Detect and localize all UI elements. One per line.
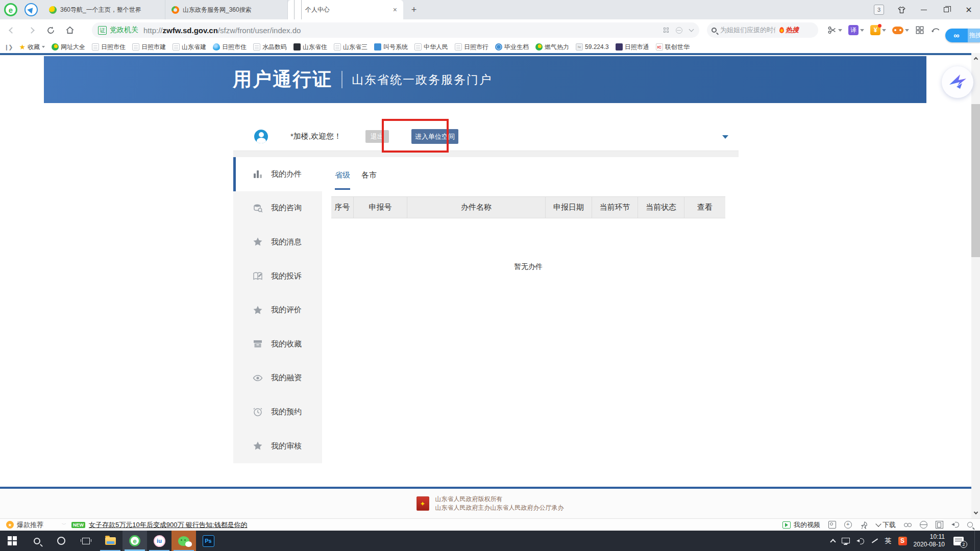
booster-rocket-icon[interactable] [860, 521, 868, 529]
news-ticker-link[interactable]: 女子存款5万元10年后变成900万 银行告知:钱都是你的 [89, 520, 248, 530]
user-dropdown-caret-icon[interactable] [722, 135, 728, 139]
sidebar-item-my-evaluations[interactable]: 我的评价 [233, 293, 322, 327]
browser-mode-icon[interactable] [920, 521, 927, 529]
live-record-icon[interactable] [844, 521, 852, 529]
sidebar-item-my-complaints[interactable]: 我的投诉 [233, 259, 322, 293]
file-explorer-button[interactable] [98, 531, 122, 551]
zoom-search-icon[interactable] [967, 522, 973, 528]
bookmark-item[interactable]: 中华人民 [414, 43, 448, 52]
scroll-down-icon[interactable] [971, 509, 980, 517]
tray-expand-icon[interactable] [830, 539, 836, 544]
tab-provincial[interactable]: 省级 [335, 170, 350, 190]
close-button[interactable]: ✕ [958, 0, 980, 19]
tab-cities[interactable]: 各市 [361, 170, 377, 190]
compatibility-mode-icon[interactable] [676, 27, 682, 34]
network-icon[interactable] [842, 538, 850, 543]
split-window-icon[interactable] [936, 521, 943, 529]
page-scrollbar[interactable] [971, 53, 980, 518]
nav-assistant-icon[interactable] [24, 3, 38, 16]
refresh-button[interactable] [41, 21, 60, 39]
tab-personal-center[interactable]: 个人中心 × [288, 0, 403, 19]
forward-button[interactable] [21, 21, 41, 39]
bookmark-item[interactable]: 日照市建 [132, 43, 166, 52]
sidebar-item-my-reviews[interactable]: 我的审核 [233, 429, 322, 463]
mute-speaker-icon[interactable] [951, 521, 959, 529]
iu-app-button[interactable]: iu [147, 531, 172, 551]
hot-search-label[interactable]: 热搜 [786, 26, 799, 35]
bookmark-item[interactable]: 叫号系统 [374, 43, 408, 52]
my-video-label[interactable]: 我的视频 [794, 520, 820, 530]
bookmark-item[interactable]: 日照市住 [92, 43, 126, 52]
bookmark-item[interactable]: 日照市通 [616, 43, 649, 52]
bookmark-item[interactable]: 日照市住 [213, 43, 247, 52]
task-view-button[interactable] [74, 531, 98, 551]
browser-360-logo-icon[interactable]: e [4, 3, 17, 16]
sidebar-item-my-cases[interactable]: 我的办件 [233, 157, 322, 191]
pen-input-icon[interactable] [871, 537, 878, 545]
eye-protect-icon[interactable] [904, 521, 912, 529]
user-avatar[interactable] [254, 130, 268, 143]
scrollbar-thumb[interactable] [971, 104, 980, 257]
wechat-button[interactable] [172, 531, 196, 551]
netdisk-drag-label: 拖拽 [968, 29, 980, 42]
apps-grid-button[interactable] [913, 22, 926, 38]
bookmark-item[interactable]: 网址大全 [52, 43, 85, 52]
bookmark-item[interactable]: fw59.224.3 [576, 43, 609, 51]
my-video-icon[interactable] [782, 521, 791, 529]
ime-language-indicator[interactable]: 英 [885, 536, 892, 545]
recent-pages-button[interactable] [928, 22, 943, 38]
bookmark-item[interactable]: 毕业生档 [495, 43, 529, 52]
address-bar[interactable]: 证 党政机关 http://zwfw.sd.gov.cn/sfzw/front/… [92, 22, 699, 38]
bookmark-item[interactable]: 山东省建 [173, 43, 206, 52]
tab-count-badge[interactable]: 3 [868, 0, 890, 19]
netdisk-drag-widget[interactable]: ∞ 拖拽 [945, 29, 980, 42]
screenshot-tool-button[interactable] [825, 22, 844, 38]
sogou-ime-icon[interactable]: S [898, 537, 907, 545]
cortana-button[interactable] [49, 531, 74, 551]
collapse-chevron-icon[interactable]: ﹀ [62, 521, 65, 528]
bookmark-item[interactable]: 山东省住 [293, 43, 327, 52]
bookmark-item[interactable]: IC联创世华 [656, 43, 690, 52]
bookmarks-expand-icon[interactable]: ❙❯ [4, 44, 12, 51]
volume-icon[interactable] [856, 538, 864, 544]
bookmark-item[interactable]: 日照市行 [455, 43, 488, 52]
favorites-menu[interactable]: ★ 收藏 [19, 43, 45, 52]
thunder-download-float-icon[interactable] [942, 66, 973, 98]
home-button[interactable] [60, 21, 80, 39]
taskbar-search-button[interactable] [24, 531, 49, 551]
games-tool-button[interactable] [890, 22, 911, 38]
new-tab-button[interactable]: + [407, 3, 421, 16]
bookmark-item[interactable]: 水晶数码 [253, 43, 287, 52]
sidebar-item-my-consultations[interactable]: 我的咨询 [233, 191, 322, 226]
reading-mode-icon[interactable] [664, 28, 669, 33]
back-button[interactable] [2, 21, 21, 39]
scroll-up-icon[interactable] [971, 54, 980, 63]
bookmark-label: 水晶数码 [262, 43, 287, 52]
sidebar-item-my-favorites[interactable]: 我的收藏 [233, 327, 322, 361]
minimize-button[interactable] [913, 0, 935, 19]
sidebar-item-my-reservations[interactable]: 我的预约 [233, 395, 322, 429]
show-desktop-button[interactable] [974, 531, 977, 551]
restore-button[interactable] [935, 0, 958, 19]
search-box[interactable]: 为姐姐们应援的时候 热搜 [707, 22, 818, 38]
bookmark-item[interactable]: 山东省三 [334, 43, 368, 52]
chevron-down-icon[interactable] [689, 27, 694, 32]
tab-360-nav[interactable]: 360导航_一个主页，整个世界 [43, 0, 165, 19]
download-manager-button[interactable]: 下载 [876, 520, 896, 530]
hot-recommend-label[interactable]: 爆款推荐 [17, 520, 43, 530]
tab-close-icon[interactable]: × [393, 6, 397, 14]
browser-360-taskbar-button[interactable]: e [122, 531, 147, 551]
sidebar-item-my-financing[interactable]: 我的融资 [233, 361, 322, 395]
screenshot-gallery-icon[interactable] [828, 521, 836, 529]
bookmark-item[interactable]: 燃气热力 [535, 43, 569, 52]
photoshop-button[interactable]: Ps [196, 531, 220, 551]
action-center-icon[interactable]: 2 [953, 537, 964, 545]
sidebar-item-my-messages[interactable]: 我的消息 [233, 225, 322, 259]
wallet-tool-button[interactable]: ¥ [868, 22, 888, 38]
url-text[interactable]: http://zwfw.sd.gov.cn/sfzw/front/user/in… [143, 26, 301, 35]
translate-tool-button[interactable]: 译 [846, 22, 866, 38]
taskbar-clock[interactable]: 10:11 2020-08-10 [914, 533, 945, 548]
theme-skin-icon[interactable] [890, 0, 913, 19]
start-button[interactable] [0, 531, 24, 551]
tab-sd-gov-search[interactable]: 山东政务服务网_360搜索 [165, 0, 288, 19]
